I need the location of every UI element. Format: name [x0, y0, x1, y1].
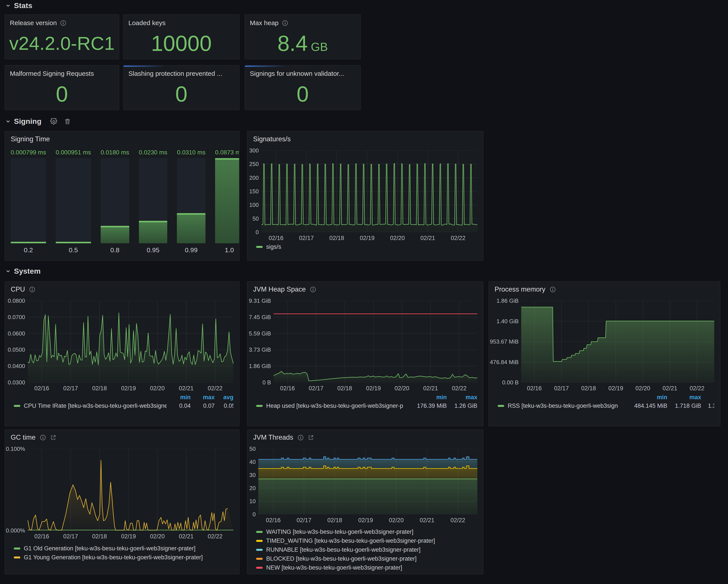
- legend: minmaxavgCPU Time IRate [teku-w3s-besu-t…: [5, 393, 239, 410]
- x-tick-label: 02/16: [527, 385, 542, 392]
- bar-column: 0.000799 ms0.2: [11, 149, 46, 254]
- legend-swatch: [14, 548, 20, 550]
- legend-column-header[interactable]: max: [191, 394, 215, 401]
- plot-area[interactable]: [521, 301, 714, 382]
- legend-swatch: [256, 540, 263, 542]
- x-axis-labels: 02/1602/1702/1802/1902/2002/2102/22: [261, 232, 477, 242]
- x-tick-label: 02/16: [34, 385, 49, 392]
- panel-header[interactable]: CPU: [11, 285, 239, 294]
- external-link-icon[interactable]: [50, 435, 56, 440]
- y-tick-label: 50: [249, 446, 256, 452]
- bar-category-label: 0.8: [101, 243, 129, 254]
- panel-header[interactable]: JVM Threads: [253, 433, 483, 442]
- bar-category-label: 0.95: [139, 243, 167, 254]
- section-title: System: [14, 267, 41, 275]
- panel-title: Loaded keys: [128, 19, 165, 27]
- panel-header[interactable]: Process memory: [495, 285, 720, 294]
- y-tick-label: 0 B: [262, 379, 271, 386]
- info-icon[interactable]: [60, 20, 66, 26]
- bar-fill: [11, 242, 46, 243]
- y-tick-label: 0.00 B: [502, 379, 519, 386]
- info-icon[interactable]: [40, 435, 46, 440]
- plot-area[interactable]: [28, 449, 233, 531]
- trash-icon[interactable]: [64, 118, 71, 125]
- x-tick-label: 02/18: [92, 533, 107, 540]
- y-tick-label: 50: [253, 215, 259, 222]
- legend-item[interactable]: RSS [teku-w3s-besu-teku-goerli-web3signe…: [498, 403, 618, 409]
- y-tick-label: 1.40 GiB: [497, 318, 519, 325]
- legend: WAITING [teku-w3s-besu-teku-goerli-web3s…: [248, 528, 483, 572]
- info-icon[interactable]: [297, 435, 304, 440]
- legend-item[interactable]: WAITING [teku-w3s-besu-teku-goerli-web3s…: [256, 529, 477, 535]
- y-tick-label: 1.86 GiB: [497, 298, 519, 304]
- legend-item[interactable]: BLOCKED [teku-w3s-besu-teku-goerli-web3s…: [256, 555, 477, 562]
- plot-area[interactable]: [274, 301, 477, 382]
- y-tick-label: 200: [249, 174, 259, 181]
- external-link-icon[interactable]: [308, 435, 314, 440]
- info-icon[interactable]: [282, 20, 288, 26]
- info-icon[interactable]: [310, 286, 316, 293]
- panel-loaded-keys: Loaded keys 10000: [123, 15, 239, 59]
- bar-column: 0.0230 ms0.95: [139, 149, 167, 254]
- plot-area[interactable]: [258, 449, 477, 514]
- bar-track: [215, 158, 239, 243]
- stat-value: 10000: [151, 32, 212, 54]
- legend-column-header[interactable]: max: [667, 394, 701, 401]
- panel-header[interactable]: GC time: [11, 433, 239, 442]
- legend-swatch: [498, 405, 504, 407]
- bar-category-label: 0.2: [11, 243, 46, 254]
- y-tick-label: 9.31 GiB: [249, 298, 271, 304]
- legend-column-header[interactable]: min: [403, 394, 447, 401]
- panel-header[interactable]: Signatures/s: [253, 134, 483, 144]
- x-tick-label: 02/19: [360, 235, 375, 242]
- section-header-signing[interactable]: Signing: [5, 117, 71, 126]
- y-tick-label: 3.73 GiB: [249, 347, 271, 353]
- x-tick-label: 02/20: [635, 385, 650, 392]
- info-icon[interactable]: [29, 286, 35, 293]
- section-header-stats[interactable]: Stats: [5, 1, 32, 10]
- x-tick-label: 02/16: [34, 533, 49, 540]
- y-tick-label: 953.67 MiB: [490, 338, 519, 345]
- stat-value: v24.2.0-RC1: [9, 34, 115, 53]
- panel-title: Slashing protection prevented ...: [128, 70, 222, 77]
- legend-column-header[interactable]: min: [166, 394, 191, 401]
- x-axis-labels: 02/1602/1702/1802/1902/2002/2102/22: [28, 382, 233, 392]
- plot-area[interactable]: [261, 151, 477, 232]
- bar-category-label: 1.0: [215, 243, 239, 254]
- panel-header[interactable]: JVM Heap Space: [253, 285, 483, 294]
- panel-header[interactable]: Signing Time: [11, 134, 239, 144]
- gear-icon[interactable]: [50, 118, 57, 125]
- legend-item[interactable]: G1 Young Generation [teku-w3s-besu-teku-…: [14, 554, 233, 561]
- panel-title: Malformed Signing Requests: [10, 70, 94, 77]
- info-icon[interactable]: [550, 286, 556, 293]
- bar-value-label: 0.000951 ms: [56, 149, 91, 158]
- legend-column-header[interactable]: min: [618, 394, 667, 401]
- legend-item[interactable]: CPU Time IRate [teku-w3s-besu-teku-goerl…: [14, 403, 166, 409]
- panel-gc-time: GC time 0.000%0.100% 02/1602/1702/1802/1…: [5, 429, 239, 575]
- x-tick-label: 02/19: [608, 385, 623, 392]
- legend-item[interactable]: sigs/s: [256, 244, 477, 250]
- y-tick-label: 10: [249, 498, 256, 505]
- panel-signings-unknown-validator: Signings for unknown validator... 0: [244, 65, 361, 110]
- stat-value: 8.4GB: [277, 32, 328, 54]
- y-tick-label: 0.0500: [8, 347, 25, 353]
- legend-item[interactable]: TIMED_WAITING [teku-w3s-besu-teku-goerli…: [256, 537, 477, 544]
- x-axis-labels: 02/1602/1702/1802/1902/2002/2102/22: [28, 531, 233, 540]
- legend-value: 1.718 GiB: [667, 403, 701, 409]
- bar-fill: [56, 242, 91, 243]
- plot-area[interactable]: [28, 301, 233, 382]
- y-tick-label: 0.0300: [8, 379, 25, 386]
- legend-item[interactable]: G1 Old Generation [teku-w3s-besu-teku-go…: [14, 545, 233, 552]
- legend-column-header[interactable]: max: [447, 394, 477, 401]
- bar-gauge[interactable]: 0.000799 ms0.20.000951 ms0.50.0180 ms0.8…: [11, 149, 233, 254]
- x-tick-label: 02/20: [395, 385, 410, 392]
- legend-item[interactable]: NEW [teku-w3s-besu-teku-goerli-web3signe…: [256, 564, 477, 571]
- bar-track: [101, 158, 129, 243]
- legend-item[interactable]: Heap used [teku-w3s-besu-teku-goerli-web…: [256, 403, 403, 409]
- y-tick-label: 150: [249, 188, 259, 195]
- legend-column-header[interactable]: avg: [215, 394, 233, 401]
- x-axis-labels: 02/1602/1702/1802/1902/2002/2102/22: [258, 514, 477, 524]
- bar-column: 0.0310 ms0.99: [177, 149, 206, 254]
- section-header-system[interactable]: System: [5, 267, 41, 275]
- legend-item[interactable]: RUNNABLE [teku-w3s-besu-teku-goerli-web3…: [256, 547, 477, 553]
